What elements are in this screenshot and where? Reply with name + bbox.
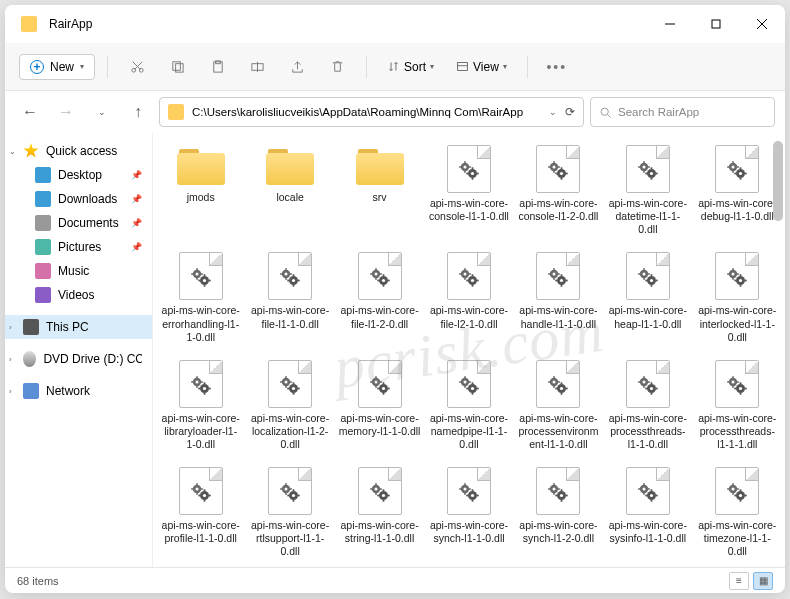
svg-rect-241 — [203, 500, 205, 502]
file-item[interactable]: api-ms-win-core-memory-l1-1-0.dll — [336, 356, 423, 455]
svg-point-53 — [732, 165, 735, 168]
sidebar-item-documents[interactable]: Documents📌 — [5, 211, 152, 235]
file-item[interactable]: api-ms-win-core-console-l1-2-0.dll — [515, 141, 602, 240]
file-list[interactable]: jmodslocalesrvapi-ms-win-core-console-l1… — [153, 133, 785, 567]
dll-file-icon — [626, 360, 670, 408]
share-button[interactable] — [280, 50, 314, 84]
svg-point-281 — [553, 488, 556, 491]
file-item[interactable]: api-ms-win-core-processthreads-l1-1-1.dl… — [694, 356, 781, 455]
file-item[interactable]: api-ms-win-core-debug-l1-1-0.dll — [694, 141, 781, 240]
file-item[interactable]: api-ms-win-core-processthreads-l1-1-0.dl… — [604, 356, 691, 455]
refresh-button[interactable]: ⟳ — [565, 105, 575, 119]
svg-rect-97 — [382, 285, 384, 287]
cut-button[interactable] — [120, 50, 154, 84]
file-item[interactable]: api-ms-win-core-file-l2-1-0.dll — [425, 248, 512, 347]
up-button[interactable]: ↑ — [123, 97, 153, 127]
svg-rect-24 — [472, 167, 474, 169]
svg-rect-153 — [201, 381, 203, 383]
svg-rect-219 — [656, 387, 658, 389]
file-item[interactable]: api-ms-win-core-errorhandling-l1-1-0.dll — [157, 248, 244, 347]
svg-point-173 — [374, 380, 377, 383]
svg-point-119 — [560, 279, 563, 282]
file-item[interactable]: api-ms-win-core-heap-l1-1-0.dll — [604, 248, 691, 347]
file-item[interactable]: api-ms-win-core-profile-l1-1-0.dll — [157, 463, 244, 562]
file-item[interactable]: api-ms-win-core-file-l1-2-0.dll — [336, 248, 423, 347]
folder-item[interactable]: locale — [246, 141, 333, 240]
paste-button[interactable] — [200, 50, 234, 84]
file-item[interactable]: api-ms-win-core-string-l1-1-0.dll — [336, 463, 423, 562]
address-bar[interactable]: C:\Users\karolisliucveikis\AppData\Roami… — [159, 97, 584, 127]
sort-button[interactable]: Sort ▾ — [379, 55, 442, 79]
close-button[interactable] — [739, 5, 785, 43]
dll-file-icon — [626, 145, 670, 193]
svg-rect-151 — [196, 385, 198, 387]
copy-button[interactable] — [160, 50, 194, 84]
view-label: View — [473, 60, 499, 74]
svg-rect-30 — [554, 161, 556, 163]
svg-rect-265 — [382, 500, 384, 502]
file-item[interactable]: api-ms-win-core-synch-l1-1-0.dll — [425, 463, 512, 562]
svg-rect-289 — [561, 500, 563, 502]
dll-file-icon — [268, 360, 312, 408]
new-button[interactable]: + New ▾ — [19, 54, 95, 80]
sidebar-item-music[interactable]: Music — [5, 259, 152, 283]
icons-view-button[interactable]: ▦ — [753, 572, 773, 590]
svg-point-47 — [650, 172, 653, 175]
scroll-thumb[interactable] — [773, 141, 783, 221]
svg-rect-295 — [643, 493, 645, 495]
maximize-button[interactable] — [693, 5, 739, 43]
sidebar-item-quickaccess[interactable]: ⌄Quick access — [5, 139, 152, 163]
item-label: api-ms-win-core-heap-l1-1-0.dll — [607, 304, 689, 330]
file-item[interactable]: api-ms-win-core-processenvironment-l1-1-… — [515, 356, 602, 455]
file-item[interactable]: api-ms-win-core-rtlsupport-l1-1-0.dll — [246, 463, 333, 562]
svg-rect-55 — [732, 171, 734, 173]
svg-rect-240 — [203, 489, 205, 491]
file-item[interactable]: api-ms-win-core-synch-l1-2-0.dll — [515, 463, 602, 562]
svg-point-137 — [732, 273, 735, 276]
view-button[interactable]: View ▾ — [448, 55, 515, 79]
more-button[interactable]: ••• — [540, 50, 574, 84]
scrollbar[interactable] — [773, 141, 783, 559]
folder-item[interactable]: jmods — [157, 141, 244, 240]
rename-button[interactable] — [240, 50, 274, 84]
chevron-down-icon[interactable]: ⌄ — [549, 107, 557, 117]
minimize-button[interactable] — [647, 5, 693, 43]
back-button[interactable]: ← — [15, 97, 45, 127]
svg-point-143 — [739, 279, 742, 282]
sidebar-item-desktop[interactable]: Desktop📌 — [5, 163, 152, 187]
dll-file-icon — [447, 252, 491, 300]
file-item[interactable]: api-ms-win-core-datetime-l1-1-0.dll — [604, 141, 691, 240]
file-item[interactable]: api-ms-win-core-console-l1-1-0.dll — [425, 141, 512, 240]
sidebar-item-thispc[interactable]: ›This PC — [5, 315, 152, 339]
svg-rect-42 — [643, 161, 645, 163]
recent-button[interactable]: ⌄ — [87, 97, 117, 127]
file-item[interactable]: api-ms-win-core-namedpipe-l1-1-0.dll — [425, 356, 512, 455]
file-item[interactable]: api-ms-win-core-timezone-l1-1-0.dll — [694, 463, 781, 562]
sidebar-item-pictures[interactable]: Pictures📌 — [5, 235, 152, 259]
svg-point-95 — [381, 279, 384, 282]
item-label: api-ms-win-core-string-l1-1-0.dll — [339, 519, 421, 545]
delete-button[interactable] — [320, 50, 354, 84]
folder-item[interactable]: srv — [336, 141, 423, 240]
svg-point-83 — [292, 279, 295, 282]
sidebar-item-downloads[interactable]: Downloads📌 — [5, 187, 152, 211]
file-item[interactable]: api-ms-win-core-interlocked-l1-1-0.dll — [694, 248, 781, 347]
forward-button[interactable]: → — [51, 97, 81, 127]
svg-rect-192 — [472, 382, 474, 384]
search-input[interactable]: Search RairApp — [590, 97, 775, 127]
dll-file-icon — [447, 360, 491, 408]
item-label: api-ms-win-core-file-l2-1-0.dll — [428, 304, 510, 330]
file-item[interactable]: api-ms-win-core-handle-l1-1-0.dll — [515, 248, 602, 347]
details-view-button[interactable]: ≡ — [729, 572, 749, 590]
sidebar-item-videos[interactable]: Videos — [5, 283, 152, 307]
file-item[interactable]: api-ms-win-core-sysinfo-l1-1-0.dll — [604, 463, 691, 562]
chevron-right-icon: › — [9, 323, 12, 332]
file-item[interactable]: api-ms-win-core-file-l1-1-0.dll — [246, 248, 333, 347]
sidebar-label: Downloads — [58, 192, 117, 206]
file-item[interactable]: api-ms-win-core-localization-l1-2-0.dll — [246, 356, 333, 455]
file-item[interactable]: api-ms-win-core-libraryloader-l1-1-0.dll — [157, 356, 244, 455]
sidebar-item-dvd[interactable]: ›DVD Drive (D:) CCCC — [5, 347, 152, 371]
sidebar-item-network[interactable]: ›Network — [5, 379, 152, 403]
svg-point-263 — [381, 494, 384, 497]
item-label: api-ms-win-core-libraryloader-l1-1-0.dll — [160, 412, 242, 451]
